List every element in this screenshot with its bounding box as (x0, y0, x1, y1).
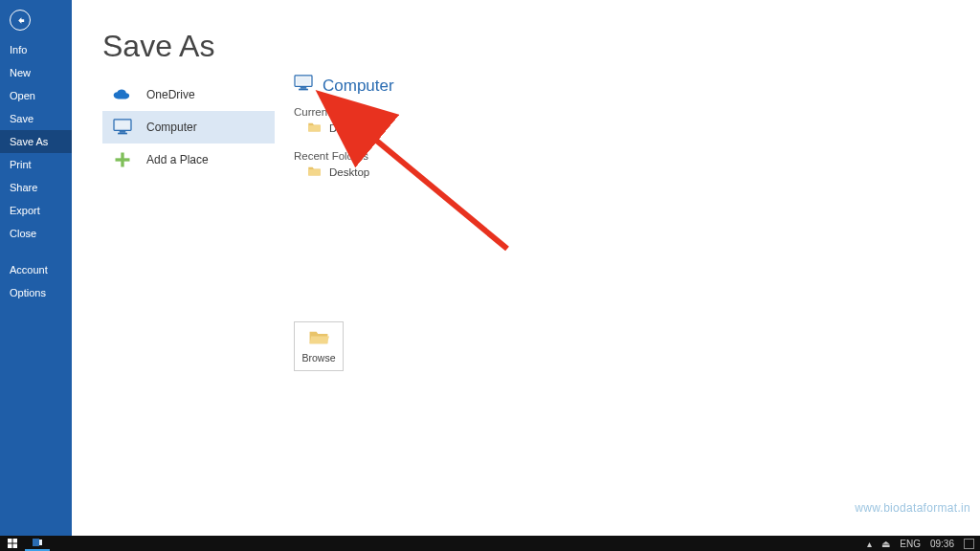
svg-rect-17 (39, 540, 42, 545)
network-icon[interactable]: ⏏ (881, 539, 890, 549)
nav-close[interactable]: Close (0, 222, 72, 245)
svg-rect-10 (299, 89, 308, 91)
content-pane: Save As OneDrive Computer Add a Place (72, 0, 980, 536)
nav-print[interactable]: Print (0, 153, 72, 176)
back-button[interactable] (10, 10, 31, 31)
folder-icon (307, 121, 322, 135)
place-computer[interactable]: Computer (102, 111, 275, 143)
onedrive-icon (112, 84, 133, 105)
page-title: Save As (102, 29, 214, 64)
current-folder-label: Current Folder (294, 106, 581, 118)
start-button[interactable] (0, 536, 25, 551)
browse-label: Browse (301, 352, 335, 364)
backstage-sidebar: Info New Open Save Save As Print Share E… (0, 0, 72, 536)
computer-icon (294, 75, 313, 97)
nav-save[interactable]: Save (0, 107, 72, 130)
folder-name: Desktop (329, 166, 369, 178)
svg-rect-12 (8, 539, 12, 543)
nav-export[interactable]: Export (0, 199, 72, 222)
svg-rect-2 (116, 121, 130, 128)
nav-open[interactable]: Open (0, 84, 72, 107)
details-pane: Computer Current Folder Desktop Recent F… (294, 75, 581, 179)
nav-new[interactable]: New (0, 61, 72, 84)
svg-rect-3 (120, 131, 126, 133)
nav-share[interactable]: Share (0, 176, 72, 199)
svg-rect-14 (8, 544, 12, 549)
place-label: Add a Place (146, 153, 209, 166)
svg-rect-15 (13, 544, 18, 549)
folder-open-icon (308, 329, 329, 348)
svg-rect-13 (13, 539, 18, 543)
svg-rect-9 (301, 87, 307, 89)
current-folder-desktop[interactable]: Desktop (294, 121, 581, 135)
folder-name: Desktop (329, 122, 369, 134)
action-center-icon[interactable] (964, 539, 974, 549)
tray-up-icon[interactable]: ▴ (867, 539, 872, 549)
places-list: OneDrive Computer Add a Place (102, 78, 275, 176)
taskbar-word[interactable] (25, 536, 50, 551)
recent-folder-desktop[interactable]: Desktop (294, 165, 581, 179)
taskbar: ▴ ⏏ ENG 09:36 (0, 536, 980, 551)
svg-rect-16 (33, 539, 39, 546)
details-title: Computer (323, 77, 394, 96)
svg-rect-8 (297, 77, 311, 84)
place-onedrive[interactable]: OneDrive (102, 78, 275, 111)
nav-options[interactable]: Options (0, 281, 72, 304)
svg-rect-6 (116, 158, 130, 161)
plus-icon (112, 149, 133, 170)
folder-icon (307, 165, 322, 179)
svg-rect-4 (118, 133, 127, 135)
taskbar-lang[interactable]: ENG (900, 539, 921, 549)
browse-button[interactable]: Browse (294, 321, 344, 371)
watermark: www.biodataformat.in (855, 501, 970, 515)
place-add[interactable]: Add a Place (102, 143, 275, 176)
computer-icon (112, 117, 133, 138)
nav-save-as[interactable]: Save As (0, 130, 72, 153)
place-label: OneDrive (146, 88, 195, 101)
recent-folder-label: Recent Folders (294, 150, 581, 162)
nav-info[interactable]: Info (0, 38, 72, 61)
place-label: Computer (146, 121, 197, 134)
nav-account[interactable]: Account (0, 258, 72, 281)
details-heading: Computer (294, 75, 581, 97)
taskbar-time[interactable]: 09:36 (930, 539, 954, 549)
